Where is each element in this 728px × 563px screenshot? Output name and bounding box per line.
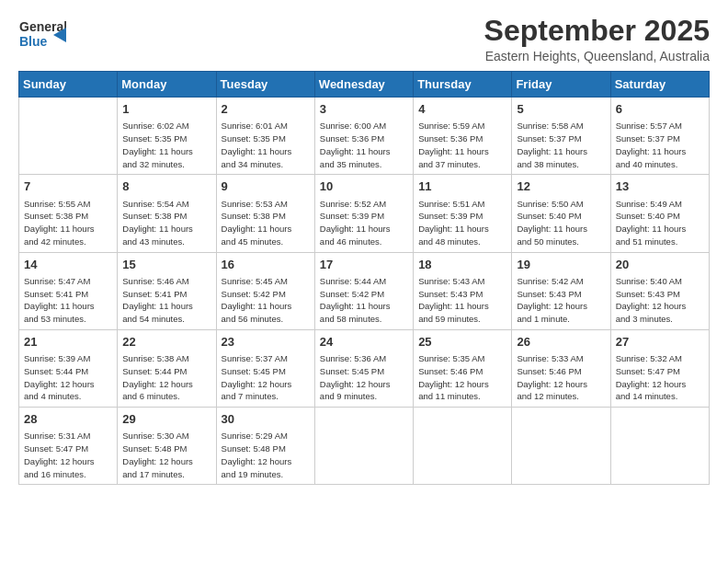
day-number: 10 [320, 178, 408, 195]
day-number: 15 [122, 257, 210, 273]
calendar-cell: 25Sunrise: 5:35 AMSunset: 5:46 PMDayligh… [414, 329, 512, 407]
day-info: Sunrise: 5:50 AMSunset: 5:40 PMDaylight:… [517, 198, 605, 248]
calendar-cell: 26Sunrise: 5:33 AMSunset: 5:46 PMDayligh… [512, 329, 610, 407]
day-number: 20 [616, 257, 704, 273]
location-subtitle: Eastern Heights, Queensland, Australia [484, 49, 710, 63]
day-number: 11 [418, 178, 506, 195]
day-number: 19 [517, 257, 605, 273]
day-number: 6 [616, 101, 704, 118]
day-number: 13 [616, 178, 704, 195]
day-info: Sunrise: 6:01 AMSunset: 5:35 PMDaylight:… [222, 120, 310, 170]
day-number: 25 [418, 334, 506, 350]
calendar-cell: 20Sunrise: 5:40 AMSunset: 5:43 PMDayligh… [610, 252, 709, 329]
day-info: Sunrise: 5:35 AMSunset: 5:46 PMDaylight:… [418, 352, 506, 403]
calendar-cell: 4Sunrise: 5:59 AMSunset: 5:36 PMDaylight… [414, 98, 512, 175]
calendar-cell: 22Sunrise: 5:38 AMSunset: 5:44 PMDayligh… [118, 329, 216, 407]
col-header-friday: Friday [512, 72, 610, 98]
calendar-cell [610, 408, 709, 485]
day-number: 9 [222, 178, 310, 195]
calendar-cell: 9Sunrise: 5:53 AMSunset: 5:38 PMDaylight… [216, 175, 314, 252]
day-info: Sunrise: 5:32 AMSunset: 5:47 PMDaylight:… [616, 352, 704, 403]
day-info: Sunrise: 5:54 AMSunset: 5:38 PMDaylight:… [122, 198, 210, 248]
day-info: Sunrise: 5:42 AMSunset: 5:43 PMDaylight:… [517, 275, 605, 326]
day-number: 5 [517, 101, 605, 118]
day-info: Sunrise: 5:46 AMSunset: 5:41 PMDaylight:… [122, 275, 210, 326]
day-number: 3 [320, 101, 408, 118]
calendar-cell: 1Sunrise: 6:02 AMSunset: 5:35 PMDaylight… [118, 98, 216, 175]
day-number: 26 [517, 334, 605, 350]
calendar-cell: 15Sunrise: 5:46 AMSunset: 5:41 PMDayligh… [118, 252, 216, 329]
calendar-cell: 30Sunrise: 5:29 AMSunset: 5:48 PMDayligh… [216, 408, 314, 485]
calendar-cell: 19Sunrise: 5:42 AMSunset: 5:43 PMDayligh… [512, 252, 610, 329]
day-info: Sunrise: 5:43 AMSunset: 5:43 PMDaylight:… [418, 275, 506, 326]
calendar-cell: 3Sunrise: 6:00 AMSunset: 5:36 PMDaylight… [314, 98, 413, 175]
day-info: Sunrise: 5:51 AMSunset: 5:39 PMDaylight:… [418, 198, 506, 248]
day-info: Sunrise: 5:52 AMSunset: 5:39 PMDaylight:… [320, 198, 408, 248]
calendar-cell: 8Sunrise: 5:54 AMSunset: 5:38 PMDaylight… [118, 175, 216, 252]
calendar-header: SundayMondayTuesdayWednesdayThursdayFrid… [19, 72, 710, 98]
day-info: Sunrise: 5:58 AMSunset: 5:37 PMDaylight:… [517, 120, 605, 170]
day-number: 16 [222, 257, 310, 273]
logo-icon: General Blue [18, 15, 66, 53]
day-number: 29 [122, 411, 210, 428]
calendar-cell: 7Sunrise: 5:55 AMSunset: 5:38 PMDaylight… [19, 175, 118, 252]
day-info: Sunrise: 5:44 AMSunset: 5:42 PMDaylight:… [320, 275, 408, 326]
day-number: 4 [418, 101, 506, 118]
week-row-5: 28Sunrise: 5:31 AMSunset: 5:47 PMDayligh… [19, 408, 710, 485]
day-number: 27 [616, 334, 704, 350]
calendar-table: SundayMondayTuesdayWednesdayThursdayFrid… [18, 71, 710, 485]
logo: General Blue [18, 15, 66, 57]
calendar-cell: 29Sunrise: 5:30 AMSunset: 5:48 PMDayligh… [118, 408, 216, 485]
day-info: Sunrise: 5:45 AMSunset: 5:42 PMDaylight:… [222, 275, 310, 326]
day-number: 23 [222, 334, 310, 350]
day-info: Sunrise: 5:59 AMSunset: 5:36 PMDaylight:… [418, 120, 506, 170]
col-header-thursday: Thursday [414, 72, 512, 98]
day-number: 21 [24, 334, 112, 350]
day-number: 28 [24, 411, 112, 428]
calendar-cell: 12Sunrise: 5:50 AMSunset: 5:40 PMDayligh… [512, 175, 610, 252]
month-title: September 2025 [484, 15, 710, 47]
day-info: Sunrise: 5:55 AMSunset: 5:38 PMDaylight:… [24, 198, 112, 248]
calendar-cell: 24Sunrise: 5:36 AMSunset: 5:45 PMDayligh… [314, 329, 413, 407]
week-row-4: 21Sunrise: 5:39 AMSunset: 5:44 PMDayligh… [19, 329, 710, 407]
col-header-tuesday: Tuesday [216, 72, 314, 98]
day-info: Sunrise: 5:38 AMSunset: 5:44 PMDaylight:… [122, 352, 210, 403]
title-block: September 2025 Eastern Heights, Queensla… [484, 15, 710, 63]
week-row-2: 7Sunrise: 5:55 AMSunset: 5:38 PMDaylight… [19, 175, 710, 252]
day-info: Sunrise: 5:49 AMSunset: 5:40 PMDaylight:… [616, 198, 704, 248]
day-number: 8 [122, 178, 210, 195]
day-info: Sunrise: 5:37 AMSunset: 5:45 PMDaylight:… [222, 352, 310, 403]
col-header-saturday: Saturday [610, 72, 709, 98]
calendar-cell [314, 408, 413, 485]
calendar-cell: 21Sunrise: 5:39 AMSunset: 5:44 PMDayligh… [19, 329, 118, 407]
calendar-cell: 18Sunrise: 5:43 AMSunset: 5:43 PMDayligh… [414, 252, 512, 329]
calendar-cell: 6Sunrise: 5:57 AMSunset: 5:37 PMDaylight… [610, 98, 709, 175]
day-number: 2 [222, 101, 310, 118]
calendar-cell [512, 408, 610, 485]
day-info: Sunrise: 5:36 AMSunset: 5:45 PMDaylight:… [320, 352, 408, 403]
day-info: Sunrise: 5:47 AMSunset: 5:41 PMDaylight:… [24, 275, 112, 326]
day-info: Sunrise: 6:00 AMSunset: 5:36 PMDaylight:… [320, 120, 408, 170]
col-header-wednesday: Wednesday [314, 72, 413, 98]
calendar-cell: 5Sunrise: 5:58 AMSunset: 5:37 PMDaylight… [512, 98, 610, 175]
day-number: 18 [418, 257, 506, 273]
day-info: Sunrise: 5:53 AMSunset: 5:38 PMDaylight:… [222, 198, 310, 248]
day-number: 24 [320, 334, 408, 350]
day-info: Sunrise: 5:33 AMSunset: 5:46 PMDaylight:… [517, 352, 605, 403]
calendar-cell: 11Sunrise: 5:51 AMSunset: 5:39 PMDayligh… [414, 175, 512, 252]
day-number: 22 [122, 334, 210, 350]
week-row-1: 1Sunrise: 6:02 AMSunset: 5:35 PMDaylight… [19, 98, 710, 175]
day-number: 12 [517, 178, 605, 195]
calendar-cell: 2Sunrise: 6:01 AMSunset: 5:35 PMDaylight… [216, 98, 314, 175]
calendar-cell: 13Sunrise: 5:49 AMSunset: 5:40 PMDayligh… [610, 175, 709, 252]
day-info: Sunrise: 5:57 AMSunset: 5:37 PMDaylight:… [616, 120, 704, 170]
col-header-monday: Monday [118, 72, 216, 98]
calendar-cell [19, 98, 118, 175]
day-number: 1 [122, 101, 210, 118]
calendar-cell: 10Sunrise: 5:52 AMSunset: 5:39 PMDayligh… [314, 175, 413, 252]
day-number: 30 [222, 411, 310, 428]
calendar-cell: 23Sunrise: 5:37 AMSunset: 5:45 PMDayligh… [216, 329, 314, 407]
page-header: General Blue September 2025 Eastern Heig… [18, 15, 710, 63]
week-row-3: 14Sunrise: 5:47 AMSunset: 5:41 PMDayligh… [19, 252, 710, 329]
svg-text:Blue: Blue [19, 34, 48, 49]
